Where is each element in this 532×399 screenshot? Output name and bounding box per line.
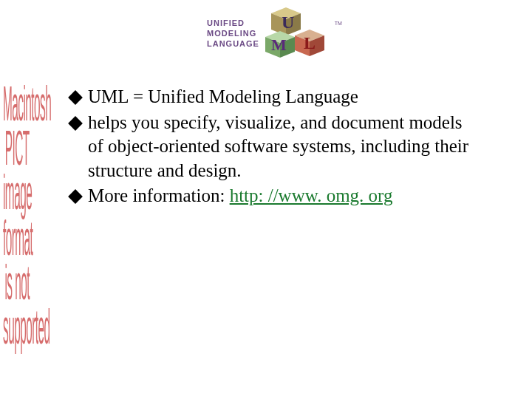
more-info-link[interactable]: http: //www. omg. org: [230, 185, 393, 205]
logo-line-2: MODELING: [207, 28, 259, 38]
bullet-item: UML = Unified Modeling Language: [70, 85, 469, 109]
trademark-symbol: TM: [335, 21, 342, 26]
diamond-bullet-icon: [68, 116, 83, 131]
bullet-lead: helps: [88, 112, 127, 132]
bullet-lead: More: [88, 185, 128, 205]
logo-line-3: LANGUAGE: [207, 38, 259, 49]
bullet-item: helps you specify, visualize, and docume…: [70, 111, 469, 183]
diamond-bullet-icon: [68, 90, 83, 105]
image-placeholder-text: Macintosh PICT image format is not suppo…: [3, 81, 32, 349]
bullet-text: More information: http: //www. omg. org: [88, 184, 469, 208]
diamond-bullet-icon: [68, 189, 83, 204]
bullet-rest: information:: [128, 185, 229, 205]
bullet-text: UML = Unified Modeling Language: [88, 85, 469, 109]
bullet-rest: = Unified Modeling Language: [129, 86, 358, 106]
logo-line-1: UNIFIED: [207, 18, 259, 28]
bullet-lead: UML: [88, 86, 129, 106]
logo-text-block: UNIFIED MODELING LANGUAGE: [207, 18, 259, 50]
uml-logo-mark: U M L TM: [265, 7, 332, 59]
svg-text:M: M: [271, 35, 287, 54]
bullet-list: UML = Unified Modeling Language helps yo…: [70, 85, 469, 210]
placeholder-line-2: image format: [3, 171, 32, 260]
svg-text:U: U: [282, 13, 294, 32]
svg-text:L: L: [304, 33, 316, 52]
uml-logo: UNIFIED MODELING LANGUAGE U M: [207, 7, 332, 59]
bullet-rest: you specify, visualize, and document mod…: [88, 112, 468, 180]
placeholder-line-3: is not supported: [3, 260, 32, 349]
bullet-item: More information: http: //www. omg. org: [70, 184, 469, 208]
bullet-text: helps you specify, visualize, and docume…: [88, 111, 469, 183]
placeholder-line-1: Macintosh PICT: [3, 81, 32, 171]
